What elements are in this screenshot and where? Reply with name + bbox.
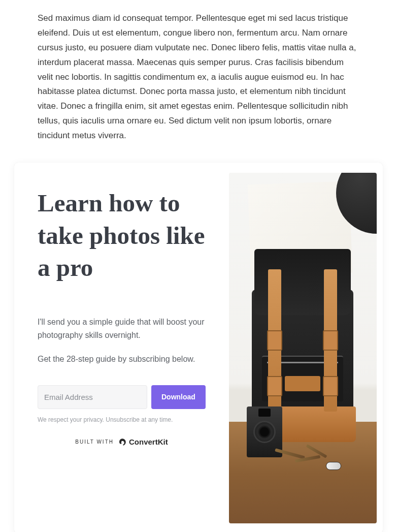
privacy-notice: We respect your privacy. Unsubscribe at … [38, 416, 206, 423]
built-with-badge[interactable]: BUILT WITH ConvertKit [38, 437, 206, 447]
signup-card: Learn how to take photos like a pro I'll… [14, 163, 383, 532]
built-with-label: BUILT WITH [75, 439, 114, 445]
convertkit-brand: ConvertKit [129, 437, 168, 446]
convertkit-icon [118, 437, 127, 447]
signup-form-section: Learn how to take photos like a pro I'll… [14, 163, 229, 532]
download-button[interactable]: Download [151, 385, 206, 409]
email-field[interactable] [38, 385, 147, 409]
signup-heading: Learn how to take photos like a pro [38, 187, 206, 284]
signup-form: Download [38, 385, 206, 409]
article-body: Sed maximus diam id consequat tempor. Pe… [38, 11, 359, 143]
hero-image [229, 173, 377, 523]
signup-image-section [229, 163, 383, 532]
article-paragraph: Sed maximus diam id consequat tempor. Pe… [0, 0, 397, 143]
signup-description-1: I'll send you a simple guide that will b… [38, 316, 206, 341]
convertkit-logo: ConvertKit [118, 437, 168, 447]
signup-description-2: Get the 28-step guide by subscribing bel… [38, 353, 206, 366]
